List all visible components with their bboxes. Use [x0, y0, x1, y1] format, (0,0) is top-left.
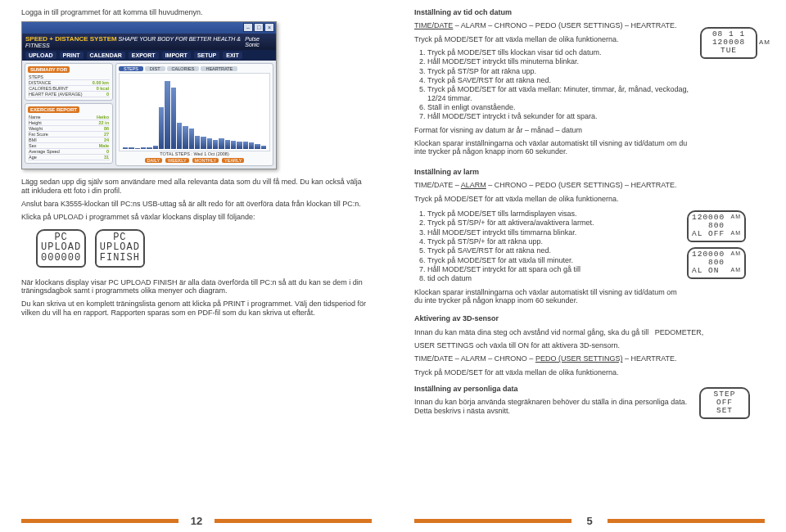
chart-bar: [153, 146, 158, 150]
chart-bar: [183, 126, 187, 149]
page-number: 5: [571, 515, 608, 527]
app-banner: SPEED + DISTANCE SYSTEM SHAPE YOUR BODY …: [22, 34, 276, 50]
chart-area: [119, 73, 270, 151]
list-item: Tryck på MODE/SET för att växla mellan: …: [427, 85, 696, 102]
summary-title: SUMMARY FOR: [28, 66, 70, 73]
text: Du kan skriva ut en komplett träningslis…: [21, 300, 372, 317]
close-icon[interactable]: ×: [264, 23, 274, 32]
list-item: Håll MODE/SET intryckt tills minuterna b…: [427, 57, 696, 65]
list-item: Tryck på SAVE/RST för att räkna ned.: [427, 76, 696, 84]
chart-bar: [207, 138, 212, 149]
chart-panel: STEPS DIST CALORIES HEARTRATE TOTAL STEP…: [115, 63, 273, 166]
table-row: HEART RATE (AVERAGE)0: [28, 92, 110, 97]
table-row: Fat Score27: [28, 132, 110, 138]
chart-bar: [195, 136, 200, 149]
tb-setup[interactable]: SETUP: [194, 52, 219, 59]
chart-bar: [231, 141, 236, 149]
banner-logo: Pulse Sonic: [245, 36, 273, 47]
tb-print[interactable]: PRINT: [60, 52, 84, 59]
foot-daily[interactable]: DAILY: [145, 158, 163, 163]
chart-bar: [261, 146, 266, 149]
table-row: DISTANCE0.00 km: [28, 80, 110, 86]
lcd-alarm-on: 120000AM 800 AL ONAM: [687, 247, 746, 279]
chart-tab-dist[interactable]: DIST: [145, 66, 165, 71]
mode-path: TIME/DATE – ALARM – CHRONO – PEDO (USER …: [414, 21, 696, 29]
text: Klicka på UPLOAD i programmet så växlar …: [21, 213, 372, 221]
chart-bar: [219, 138, 224, 149]
summary-panel: SUMMARY FOR STEPS DISTANCE0.00 km CALORI…: [25, 63, 113, 101]
footer-left: 12: [21, 515, 372, 527]
section-title: Aktivering av 3D-sensor: [414, 314, 765, 322]
lcd-step-set: STEP OFF SET: [699, 387, 750, 419]
list-item: Tryck på MODE/SET för att växla till min…: [427, 256, 684, 264]
text: Tryck på MODE/SET för att växla mellan d…: [414, 195, 765, 203]
chart-bar: [147, 147, 151, 149]
tb-calendar[interactable]: CALENDAR: [87, 52, 125, 59]
tb-export[interactable]: EXPORT: [129, 52, 159, 59]
text: Tryck på MODE/SET för att växla mellan d…: [414, 35, 696, 43]
text: Innan du kan börja använda stegräknaren …: [414, 398, 696, 415]
text: Anslut bara K3555-klockan till PC:ns USB…: [21, 200, 372, 208]
chart-bar: [189, 128, 194, 150]
table-row: Age31: [28, 155, 110, 160]
page-number: 12: [178, 515, 215, 527]
text: Format för visning av datum är år – måna…: [414, 126, 696, 134]
section-title: Inställning av larm: [414, 168, 765, 176]
steps-list: Tryck på MODE/SET tills klockan visar ti…: [414, 48, 696, 121]
mode-path: TIME/DATE – ALARM – CHRONO – PEDO (USER …: [414, 354, 765, 363]
lcd-upload-progress: PC UPLOAD 000000: [36, 229, 86, 268]
chart-tab-hr[interactable]: HEARTRATE: [201, 66, 237, 71]
list-item: Ställ in enligt ovanstående.: [427, 103, 696, 111]
text: Lägg sedan upp dig själv som användare m…: [21, 178, 372, 195]
table-row: Weight86: [28, 126, 110, 132]
tb-exit[interactable]: EXIT: [223, 52, 242, 59]
chart-tab-cal[interactable]: CALORIES: [167, 66, 200, 71]
titlebar: – □ ×: [22, 22, 276, 34]
chart-bar: [249, 142, 254, 150]
max-icon[interactable]: □: [254, 23, 264, 32]
chart-bar: [123, 147, 128, 149]
list-item: Tryck på MODE/SET tills klockan visar ti…: [427, 48, 696, 56]
list-item: tid och datum: [427, 274, 684, 282]
list-item: Tryck på ST/SP för att räkna upp.: [427, 67, 696, 75]
left-page: Logga in till programmet för att komma t…: [0, 0, 393, 532]
tb-upload[interactable]: UPLOAD: [25, 52, 56, 59]
list-item: Tryck på MODE/SET tills larmdisplayen vi…: [427, 210, 684, 218]
intro-text: Logga in till programmet för att komma t…: [21, 8, 372, 16]
chart-tab-steps[interactable]: STEPS: [119, 66, 143, 71]
mode-path: TIME/DATE – ALARM – CHRONO – PEDO (USER …: [414, 181, 765, 189]
chart-bar: [159, 107, 164, 150]
footer-right: 5: [414, 515, 765, 527]
exercise-panel: EXERCISE REPORT NameHeiko Height22 in We…: [25, 103, 113, 164]
section-title: Inställning av personliga data: [414, 385, 696, 393]
foot-monthly[interactable]: MONTHLY: [192, 158, 219, 163]
steps-list: Tryck på MODE/SET tills larmdisplayen vi…: [414, 210, 684, 283]
foot-weekly[interactable]: WEEKLY: [165, 158, 189, 163]
text: Tryck på MODE/SET för att växla mellan d…: [414, 368, 765, 376]
chart-bar: [171, 88, 176, 149]
lcd-clock: 08 1 1 120008 TUE AM: [700, 27, 757, 59]
table-row: Average Speed0: [28, 149, 110, 155]
chart-bar: [243, 142, 248, 149]
foot-yearly[interactable]: YEARLY: [222, 158, 244, 163]
app-window: – □ × SPEED + DISTANCE SYSTEM SHAPE YOUR…: [21, 21, 277, 169]
text: Klockan sparar inställningarna och växla…: [414, 139, 696, 156]
tb-import[interactable]: IMPORT: [162, 52, 191, 59]
list-item: Håll MODE/SET intryckt för att spara och…: [427, 265, 684, 273]
app-toolbar: UPLOAD PRINT CALENDAR EXPORT IMPORT SETU…: [22, 50, 276, 61]
list-item: Tryck på ST/SP/+ för att räkna upp.: [427, 237, 684, 246]
list-item: Tryck på SAVE/RST för att räkna ned.: [427, 246, 684, 255]
list-item: Tryck på ST/SP/+ för att aktivera/avakti…: [427, 219, 684, 227]
min-icon[interactable]: –: [243, 23, 253, 32]
chart-bar: [201, 137, 206, 149]
text: När klockans display visar PC UPLOAD FIN…: [21, 278, 372, 295]
right-page: Inställning av tid och datum TIME/DATE –…: [393, 0, 786, 532]
text: Klockan sparar inställningarna och växla…: [414, 288, 684, 305]
lcd-upload-finish: PC UPLOAD FINISH: [95, 229, 145, 268]
chart-bar: [237, 142, 242, 150]
table-row: BMI24: [28, 138, 110, 143]
list-item: Håll MODE/SET intryckt i två sekunder fö…: [427, 112, 696, 120]
section-title: Inställning av tid och datum: [414, 8, 696, 16]
lcd-alarm-off: 120000AM 800 AL OFFAM: [687, 210, 746, 242]
table-row: Height22 in: [28, 120, 110, 126]
